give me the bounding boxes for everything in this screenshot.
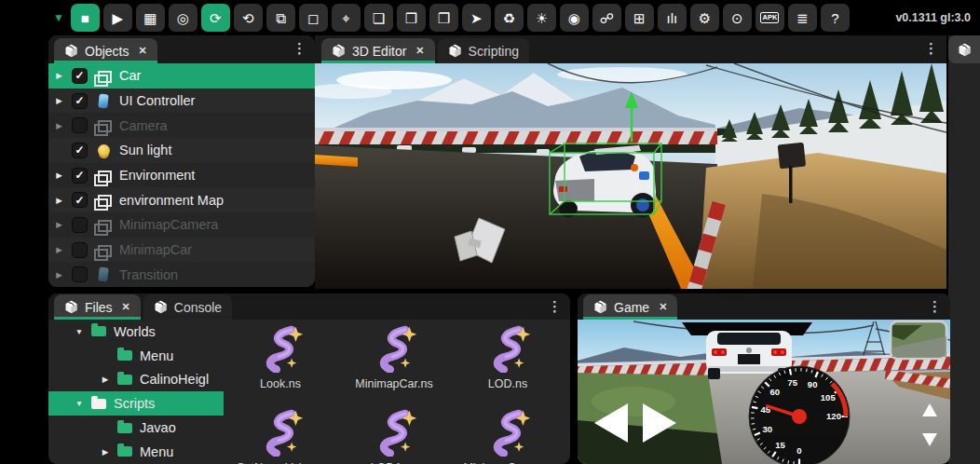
visibility-checkbox[interactable]: ✓ [72,143,88,158]
car-3d[interactable] [553,145,656,217]
visibility-checkbox[interactable] [72,266,88,282]
visibility-checkbox[interactable]: ✓ [72,192,88,208]
folder-row-menu[interactable]: ▶Menu [48,440,224,464]
pointer-tool-button[interactable]: ➤ [462,4,491,32]
add-object-button[interactable]: ⊞ [625,4,654,32]
expand-arrow-icon[interactable]: ▶ [54,220,64,229]
close-icon[interactable]: ✕ [138,45,146,57]
object-row-ui-controller[interactable]: ▶✓UI Controller [48,89,315,114]
move-tool-button[interactable]: ⟳ [201,4,230,32]
object-label: MinimapCar [119,242,192,257]
object-row-minimapcar[interactable]: ▶MinimapCar [48,238,315,263]
orbit-button[interactable]: ◉ [560,4,589,32]
expand-arrow-icon[interactable]: ▼ [75,399,84,408]
close-icon[interactable]: ✕ [122,301,130,313]
objects-menu-icon[interactable]: ⋮ [293,40,306,57]
file-item-minimapcar-ns[interactable]: MinimapCar.ns [337,320,451,403]
settings-button[interactable]: ⚙ [690,4,719,32]
folder-row-javao[interactable]: Javao [48,416,224,440]
object-icon [98,171,112,183]
editor-menu-icon[interactable]: ⋮ [924,40,938,57]
expand-arrow-icon[interactable]: ▶ [101,447,110,457]
close-icon[interactable]: ✕ [415,45,424,57]
apk-export-button[interactable]: APK [755,4,784,32]
bounds-tool-icon: ◻ [307,11,319,25]
stop-button[interactable]: ■ [71,4,100,32]
top-toolbar: ▼ ■▶▦◎⟳⟲⧉◻⌖❏❒❐➤♻☀◉☍⊞ılı⚙⊙APK≣? v0.1311 g… [0,0,980,35]
file-item-look-ns[interactable]: Look.ns [224,320,337,403]
tab-game[interactable]: Game ✕ [583,294,677,320]
files-menu-icon[interactable]: ⋮ [548,298,562,315]
folder-row-menu[interactable]: Menu [48,344,224,368]
lock-object-button[interactable]: ❒ [397,4,426,32]
object-row-minimapcamera[interactable]: ▶MinimapCamera [48,212,315,238]
object-label: MinimapCamera [119,217,218,232]
visibility-checkbox[interactable]: ✓ [72,93,88,109]
tab-3d-editor-label: 3D Editor [352,44,406,59]
viewport-3d[interactable] [315,63,946,289]
panel-cube-icon [64,44,78,58]
file-label: Look.ns [260,377,301,390]
tab-objects[interactable]: Objects ✕ [54,38,157,63]
expand-arrow-icon[interactable]: ▶ [54,245,64,254]
expand-arrow-icon[interactable]: ▼ [75,327,84,336]
expand-arrow-icon[interactable]: ▶ [54,96,64,105]
object-row-environment-map[interactable]: ▶✓environment Map [48,187,315,212]
visibility-checkbox[interactable]: ✓ [72,68,88,84]
pivot-tool-button[interactable]: ⌖ [332,4,361,32]
project-settings-button[interactable]: ⊙ [723,4,752,32]
object-row-sun-light[interactable]: ✓Sun light [48,138,315,163]
file-item-lod-ns[interactable]: LOD.ns [451,320,565,403]
toolbar-dropdown-icon[interactable]: ▼ [53,11,64,24]
expand-arrow-icon[interactable]: ▶ [54,196,64,205]
panel-handle-button[interactable] [948,35,980,63]
collapsed-panel-strip [948,35,980,464]
visibility-checkbox[interactable] [72,217,88,233]
tab-game-label: Game [614,300,649,315]
file-item-setnamevalue-n[interactable]: SetNameValue.n [224,403,337,464]
bounds-tool-button[interactable]: ◻ [299,4,328,32]
tab-3d-editor[interactable]: 3D Editor ✕ [321,38,435,63]
expand-arrow-icon[interactable]: ▶ [54,71,64,80]
visibility-checkbox[interactable]: ✓ [72,168,88,184]
visibility-checkbox[interactable] [72,242,88,258]
node-graph-button[interactable]: ☍ [592,4,621,32]
delete-button[interactable]: ♻ [495,4,524,32]
help-button[interactable]: ? [821,4,850,32]
close-icon[interactable]: ✕ [659,301,667,313]
database-sync-button[interactable]: ≣ [788,4,817,32]
scale-tool-button[interactable]: ⧉ [266,4,295,32]
folder-row-worlds[interactable]: ▼Worlds [48,320,224,344]
folder-label: Menu [140,348,173,363]
game-menu-icon[interactable]: ⋮ [928,298,942,315]
folder-label: Menu [140,444,173,459]
expand-arrow-icon[interactable]: ▶ [54,171,64,180]
file-item-loda-ns[interactable]: LODA.ns [337,403,451,464]
object-row-car[interactable]: ▶✓Car [48,63,315,89]
object-row-transition[interactable]: ▶Transition [48,262,315,287]
object-row-camera[interactable]: ▶Camera [48,113,315,138]
play-button[interactable]: ▶ [103,4,132,32]
folder-icon [91,399,106,409]
folder-row-calinoheigl[interactable]: ▶CalinoHeigl [48,368,224,392]
file-item-minimapcamera-[interactable]: MinimapCamera. [451,403,565,464]
visibility-checkbox[interactable] [72,117,88,133]
duplicate-button[interactable]: ❐ [429,4,458,32]
expand-arrow-icon[interactable]: ▶ [54,270,64,280]
object-label: Sun light [119,143,171,157]
panel-cube-icon [154,300,168,314]
statistics-button[interactable]: ılı [658,4,687,32]
tab-scripting[interactable]: Scripting [438,38,529,63]
expand-arrow-icon[interactable]: ▶ [101,375,110,384]
game-view[interactable]: 0153045607590105120 [578,320,950,464]
folder-row-scripts[interactable]: ▼Scripts [48,391,224,416]
expand-arrow-icon[interactable]: ▶ [54,121,64,130]
bring-forward-button[interactable]: ❏ [364,4,393,32]
tab-console[interactable]: Console [143,294,232,320]
light-button[interactable]: ☀ [527,4,556,32]
rotate-tool-button[interactable]: ⟲ [234,4,263,32]
scene-preview-button[interactable]: ◎ [169,4,197,32]
save-button[interactable]: ▦ [136,4,165,32]
object-row-environment[interactable]: ▶✓Environment [48,163,315,188]
tab-files[interactable]: Files ✕ [54,294,141,320]
